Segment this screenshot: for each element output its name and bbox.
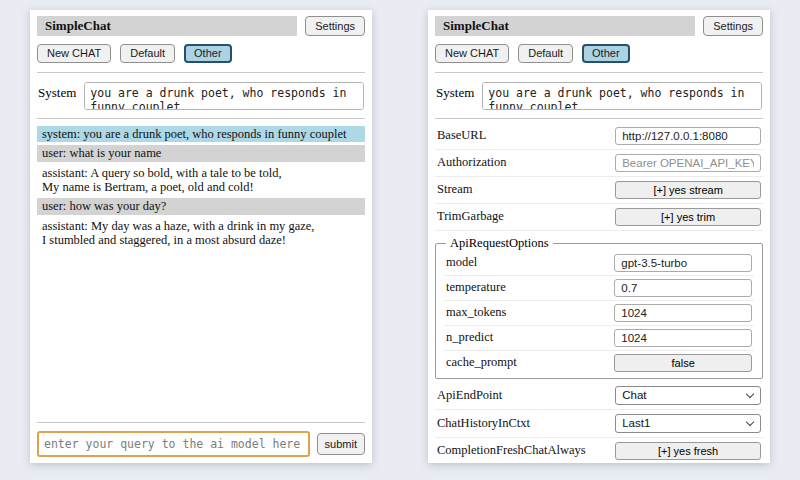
setting-row-cache-prompt: cache_prompt false xyxy=(444,351,754,375)
setting-label: max_tokens xyxy=(446,305,614,320)
app-title: SimpleChat xyxy=(435,16,695,36)
session-button-other[interactable]: Other xyxy=(582,44,630,63)
setting-row-model: model xyxy=(444,251,754,276)
api-request-options-group: ApiRequestOptions model temperature max_… xyxy=(435,236,763,379)
selected-value: Chat xyxy=(622,389,646,401)
header: SimpleChat Settings xyxy=(37,16,365,36)
setting-row-temperature: temperature xyxy=(444,276,754,301)
chat-window: SimpleChat Settings New CHAT Default Oth… xyxy=(30,10,372,463)
setting-label: Stream xyxy=(437,182,615,197)
authorization-input[interactable] xyxy=(615,154,761,172)
session-buttons: New CHAT Default Other xyxy=(435,44,763,63)
setting-label: Authorization xyxy=(437,155,615,170)
session-button-default[interactable]: Default xyxy=(120,44,175,63)
setting-row-baseurl: BaseURL xyxy=(435,123,763,150)
chat-message: user: what is your name xyxy=(37,145,365,161)
chevron-down-icon xyxy=(746,390,754,398)
chevron-down-icon xyxy=(746,418,754,426)
settings-window: SimpleChat Settings New CHAT Default Oth… xyxy=(428,10,770,463)
selected-value: Last1 xyxy=(622,417,650,429)
divider xyxy=(37,422,365,423)
chat-message: assistant: My day was a haze, with a dri… xyxy=(37,218,365,249)
system-label: System xyxy=(38,82,76,110)
system-prompt-input[interactable]: you are a drunk poet, who responds in fu… xyxy=(482,82,762,110)
settings-button[interactable]: Settings xyxy=(703,16,763,36)
system-prompt-input[interactable]: you are a drunk poet, who responds in fu… xyxy=(84,82,364,110)
setting-row-stream: Stream [+] yes stream xyxy=(435,177,763,204)
query-row: submit xyxy=(37,431,365,457)
divider xyxy=(37,72,365,73)
app-title: SimpleChat xyxy=(37,16,297,36)
divider xyxy=(435,72,763,73)
chat-messages: system: you are a drunk poet, who respon… xyxy=(37,126,365,252)
completion-fresh-toggle-button[interactable]: [+] yes fresh xyxy=(615,442,761,460)
api-request-options-legend: ApiRequestOptions xyxy=(446,236,553,251)
chat-history-select[interactable]: Last1 xyxy=(615,414,761,433)
cache-prompt-toggle-button[interactable]: false xyxy=(614,354,752,372)
setting-label: temperature xyxy=(446,280,614,295)
setting-row-authorization: Authorization xyxy=(435,150,763,177)
system-prompt-row: System you are a drunk poet, who respond… xyxy=(436,82,762,110)
setting-row-completion-fresh-chat-always: CompletionFreshChatAlways [+] yes fresh xyxy=(435,438,763,463)
query-input[interactable] xyxy=(37,431,310,457)
setting-row-n-predict: n_predict xyxy=(444,326,754,351)
stream-toggle-button[interactable]: [+] yes stream xyxy=(615,181,761,199)
setting-label: ApiEndPoint xyxy=(437,388,615,403)
chat-message: system: you are a drunk poet, who respon… xyxy=(37,126,365,142)
spacer xyxy=(37,251,365,418)
setting-row-chat-history-in-ctxt: ChatHistoryInCtxt Last1 xyxy=(435,410,763,438)
max-tokens-input[interactable] xyxy=(614,304,752,322)
setting-label: TrimGarbage xyxy=(437,209,615,224)
setting-label: model xyxy=(446,255,614,270)
chat-message: user: how was your day? xyxy=(37,198,365,214)
divider xyxy=(435,118,763,119)
api-endpoint-select[interactable]: Chat xyxy=(615,386,761,405)
session-button-default[interactable]: Default xyxy=(518,44,573,63)
trimgarbage-toggle-button[interactable]: [+] yes trim xyxy=(615,208,761,226)
system-prompt-row: System you are a drunk poet, who respond… xyxy=(38,82,364,110)
setting-label: ChatHistoryInCtxt xyxy=(437,416,615,431)
setting-row-max-tokens: max_tokens xyxy=(444,301,754,326)
system-label: System xyxy=(436,82,474,110)
header: SimpleChat Settings xyxy=(435,16,763,36)
divider xyxy=(37,118,365,119)
session-buttons: New CHAT Default Other xyxy=(37,44,365,63)
setting-label: CompletionFreshChatAlways xyxy=(437,443,615,458)
settings-button[interactable]: Settings xyxy=(305,16,365,36)
temperature-input[interactable] xyxy=(614,279,752,297)
session-button-other[interactable]: Other xyxy=(184,44,232,63)
setting-row-trimgarbage: TrimGarbage [+] yes trim xyxy=(435,204,763,231)
submit-button[interactable]: submit xyxy=(317,433,365,456)
new-chat-button[interactable]: New CHAT xyxy=(37,44,111,63)
setting-label: BaseURL xyxy=(437,128,615,143)
new-chat-button[interactable]: New CHAT xyxy=(435,44,509,63)
setting-label: n_predict xyxy=(446,330,614,345)
n-predict-input[interactable] xyxy=(614,329,752,347)
setting-label: cache_prompt xyxy=(446,355,614,370)
baseurl-input[interactable] xyxy=(615,127,761,145)
setting-row-api-endpoint: ApiEndPoint Chat xyxy=(435,382,763,410)
chat-message: assistant: A query so bold, with a tale … xyxy=(37,165,365,196)
model-input[interactable] xyxy=(614,254,752,272)
